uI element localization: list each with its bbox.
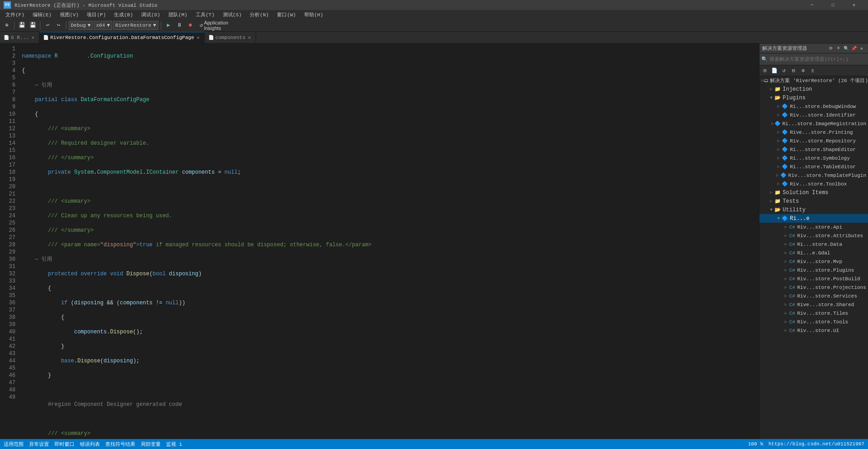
folder-icon: 📁 [774,86,781,93]
tree-plugins2[interactable]: ▷ C# Riv...store.Plugins [760,266,868,274]
tree-debugwindow[interactable]: ▷ 🔷 Ri...store.DebugWindow [760,102,868,111]
status-watch[interactable]: 监视 1 [166,441,182,448]
tree-ui[interactable]: ▷ C# Riv...store.UI [760,326,868,335]
menu-analyze[interactable]: 分析(N) [246,10,272,19]
redo-btn[interactable]: ↪ [54,20,64,30]
status-zoom[interactable]: 100 % [748,441,763,447]
tree-toolbox[interactable]: ▷ 🔷 Riv...store.Toolbox [760,180,868,188]
tab-label-components: components [216,35,246,40]
tree-data[interactable]: ▷ C# Ri...store.Data [760,240,868,249]
menu-build[interactable]: 生成(B) [110,10,137,19]
menu-debug[interactable]: 调试(D) [138,10,164,19]
tree-tools[interactable]: ▷ C# Riv...store.Tools [760,317,868,326]
tree-printing[interactable]: ▷ 🔷 Rive...store.Printing [760,128,868,137]
sol-gitchanges-btn[interactable]: ± [808,66,817,75]
tree-identifier[interactable]: ▷ 🔷 Riv...store.Identifier [760,111,868,119]
status-errorlist[interactable]: 错误列表 [80,441,100,448]
tab-close-gr[interactable]: ✕ [31,34,35,41]
start-btn[interactable]: ▶ [163,20,173,30]
tab-gr[interactable]: 📄 G R... ✕ [0,32,39,43]
maximize-button[interactable]: □ [823,0,843,10]
panel-close-btn[interactable]: ✕ [858,45,865,52]
stop-btn[interactable]: ■ [185,20,195,30]
platform-dropdown[interactable]: x64 ▼ [94,21,112,30]
status-exceptions[interactable]: 异常设置 [29,441,49,448]
sol-refresh-btn[interactable]: ↺ [779,66,789,75]
tree-shared[interactable]: ▷ C# Rive...store.Shared [760,300,868,309]
panel-sync-btn[interactable]: ⟳ [827,45,834,52]
project-dropdown[interactable]: RiverRestore ▼ [113,21,158,30]
tree-services[interactable]: ▷ C# Riv...store.Services [760,292,868,300]
new-project-btn[interactable]: ⊕ [2,20,12,30]
status-locals[interactable]: 局部变量 [141,441,161,448]
tab-close-components[interactable]: ✕ [247,34,252,41]
tab-icon-gr: 📄 [4,35,9,40]
tree-tiles[interactable]: ▷ C# Riv...store.Tiles [760,309,868,317]
tree-solution-root[interactable]: ▷ 🗂 解决方案 'RiverRestore' (26 个项目) [760,76,868,85]
sol-showfiles-btn[interactable]: 📄 [770,66,779,75]
status-scope[interactable]: 适用范围 [4,441,24,448]
tree-tests[interactable]: ▷ 📁 Tests [760,197,868,205]
cs-icon: C# [789,301,796,308]
tree-arrow: ▷ [776,181,781,186]
tab-close-dataformats[interactable]: ✕ [196,34,201,41]
tree-riverrestore-main[interactable]: ▼ 🔷 Ri...e [760,214,868,223]
panel-search-btn[interactable]: 🔍 [843,45,850,52]
tab-components[interactable]: 📄 components ✕ [205,32,256,43]
tree-plugins[interactable]: ▼ 📂 Plugins [760,93,868,102]
panel-properties-btn[interactable]: ≡ [835,45,842,52]
menu-view[interactable]: 视图(V) [56,10,83,19]
tree-projections[interactable]: ▷ C# Riv...store.Projections [760,283,868,292]
menu-team[interactable]: 团队(M) [165,10,191,19]
tree-tableeditor[interactable]: ▷ 🔷 Ri...store.TableEditor [760,162,868,171]
sol-settings-btn[interactable]: ⚙ [799,66,808,75]
save-btn[interactable]: 💾 [17,20,27,30]
window-controls: ─ □ ✕ [802,0,864,10]
undo-btn[interactable]: ↩ [43,20,53,30]
minimize-button[interactable]: ─ [802,0,823,10]
pause-btn[interactable]: ⏸ [174,20,184,30]
tree-mvp[interactable]: ▷ C# Riv...store.Mvp [760,257,868,266]
status-immediate[interactable]: 即时窗口 [54,441,74,448]
tree-item-label: Ri...store.ImageRegistration [782,121,866,127]
status-findsymbol[interactable]: 查找符号结果 [105,441,135,448]
tree-symbology[interactable]: ▷ 🔷 Ri...store.Symbology [760,154,868,162]
status-bar: 适用范围 异常设置 即时窗口 错误列表 查找符号结果 局部变量 监视 1 100… [0,439,868,449]
menu-test[interactable]: 测试(S) [219,10,246,19]
panel-pin-btn[interactable]: 📌 [850,45,858,52]
menu-project[interactable]: 项目(P) [83,10,109,19]
tree-item-label: Solution Items [783,190,829,196]
tree-item-label: Riv...store.UI [797,328,839,333]
solution-icon: 🗂 [764,77,769,84]
tree-repository[interactable]: ▷ 🔷 Riv...store.Repository [760,137,868,145]
tree-attributes[interactable]: ▷ C# Riv...store.Attributes [760,231,868,240]
tree-api[interactable]: ▷ C# Riv...store.Api [760,223,868,231]
app-insights[interactable]: Application Insights [211,20,221,30]
tree-imageregistration[interactable]: ▷ 🔷 Ri...store.ImageRegistration [760,119,868,128]
tree-utility[interactable]: ▼ 📂 Utility [760,205,868,214]
tree-solutionitems[interactable]: ▷ 📁 Solution Items [760,188,868,197]
solution-search-input[interactable] [769,57,866,62]
menu-tools[interactable]: 工具(T) [192,10,218,19]
menu-window[interactable]: 窗口(W) [273,10,300,19]
config-dropdown[interactable]: Debug ▼ [69,21,93,30]
code-editor[interactable]: 12345 678910 1112131415 1617181920 21222… [0,44,759,439]
tree-gdal[interactable]: ▷ C# Ri...e.Gdal [760,249,868,257]
sol-collapse-btn[interactable]: ⊟ [760,66,769,75]
main-toolbar: ⊕ 💾 💾 ↩ ↪ Debug ▼ x64 ▼ RiverRestore ▼ ▶… [0,19,868,32]
tree-shapeeditor[interactable]: ▷ 🔷 Ri...store.ShapeEditor [760,145,868,154]
tree-injection[interactable]: ▷ 📁 Injection [760,85,868,93]
tree-item-label: Riv...store.Projections [797,285,866,290]
tree-templateplugin[interactable]: ▷ 🔷 Riv...store.TemplatePlugin [760,171,868,180]
menu-help[interactable]: 帮助(H) [301,10,327,19]
code-text[interactable]: namespace R .Configuration { ─ 引用 partia… [18,44,759,439]
tab-icon-dataformats: 📄 [43,35,49,40]
tree-postbuild[interactable]: ▷ C# Riv...store.PostBuild [760,274,868,283]
menu-file[interactable]: 文件(F) [2,10,28,19]
menu-edit[interactable]: 编辑(E) [29,10,55,19]
tab-dataformats[interactable]: 📄 RiverRestore.Configuration.DataFormats… [39,32,205,43]
sol-filter-btn[interactable]: ⊟ [789,66,798,75]
close-button[interactable]: ✕ [843,0,864,10]
folder-icon: 📁 [774,189,781,196]
save-all-btn[interactable]: 💾 [28,20,38,30]
